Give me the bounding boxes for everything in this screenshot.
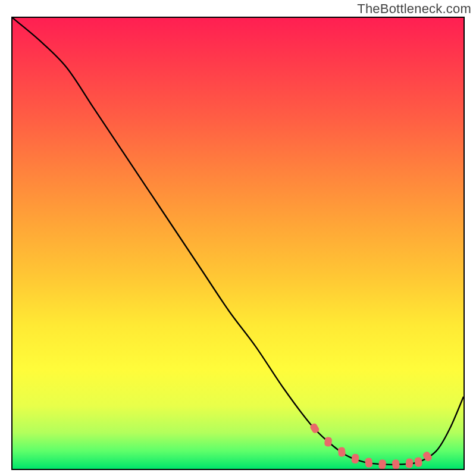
trough-marker (338, 447, 346, 457)
chart-frame: TheBottleneck.com (0, 0, 476, 476)
trough-marker (365, 458, 373, 468)
trough-marker (405, 458, 414, 468)
trough-markers-group (309, 422, 433, 469)
plot-area (11, 17, 465, 470)
attribution-text: TheBottleneck.com (357, 1, 471, 17)
bottleneck-curve (12, 18, 464, 465)
curve-layer (12, 18, 464, 469)
trough-marker (351, 453, 359, 464)
trough-marker (392, 459, 400, 469)
trough-marker (414, 457, 422, 467)
trough-marker (378, 459, 387, 469)
trough-marker (324, 437, 333, 447)
